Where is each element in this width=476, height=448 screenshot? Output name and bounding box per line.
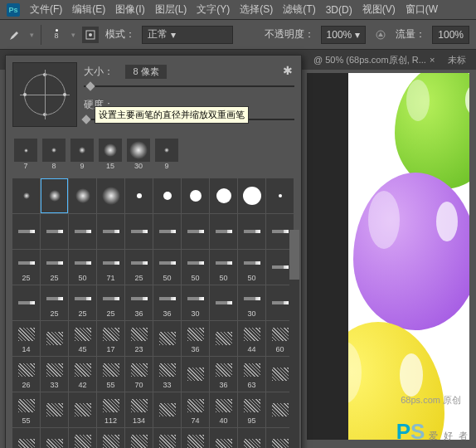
brush-thumbnail[interactable] bbox=[12, 214, 40, 249]
brush-thumbnail[interactable] bbox=[210, 285, 237, 320]
brush-thumbnail[interactable] bbox=[153, 214, 181, 249]
opacity-input[interactable]: 100% ▾ bbox=[321, 26, 367, 44]
brush-thumbnail[interactable] bbox=[12, 428, 40, 448]
brush-thumbnail[interactable]: 17 bbox=[97, 321, 124, 356]
brush-preset-picker[interactable]: 8 bbox=[48, 29, 65, 40]
brush-panel-toggle-icon[interactable] bbox=[82, 27, 99, 43]
brush-thumbnail[interactable]: 112 bbox=[97, 392, 124, 427]
document-tab[interactable]: 未标 bbox=[441, 51, 473, 70]
brush-thumbnail[interactable]: 14 bbox=[12, 321, 40, 356]
menu-image[interactable]: 图像(I) bbox=[115, 2, 144, 17]
brush-thumbnail[interactable] bbox=[41, 428, 68, 448]
brush-thumbnail[interactable] bbox=[41, 214, 68, 249]
gear-icon[interactable]: ✱ bbox=[283, 64, 293, 77]
scroll-thumb[interactable] bbox=[289, 230, 299, 280]
brush-thumbnail[interactable] bbox=[238, 428, 265, 448]
menu-3d[interactable]: 3D(D) bbox=[326, 4, 352, 16]
brush-thumbnail[interactable] bbox=[41, 178, 68, 213]
brush-thumbnail[interactable]: 25 bbox=[12, 250, 40, 285]
brush-thumbnail[interactable]: 25 bbox=[69, 285, 96, 320]
brush-thumbnail[interactable]: 45 bbox=[69, 321, 96, 356]
brush-thumbnail[interactable] bbox=[182, 357, 209, 392]
brush-thumbnail[interactable] bbox=[97, 214, 124, 249]
brush-thumbnail[interactable]: 50 bbox=[153, 250, 181, 285]
brush-tip-preview[interactable] bbox=[12, 62, 77, 127]
brush-thumbnail[interactable]: 36 bbox=[182, 321, 209, 356]
brush-thumbnail[interactable]: 36 bbox=[125, 285, 153, 320]
brush-thumbnail[interactable] bbox=[210, 321, 237, 356]
brush-thumbnail[interactable] bbox=[210, 428, 237, 448]
brush-thumbnail[interactable] bbox=[69, 392, 96, 427]
brush-thumbnail[interactable] bbox=[41, 392, 68, 427]
brush-thumbnail[interactable]: 55 bbox=[97, 357, 124, 392]
brush-thumbnail[interactable] bbox=[210, 178, 237, 213]
scrollbar[interactable] bbox=[289, 230, 299, 448]
brush-thumbnail[interactable]: 25 bbox=[125, 250, 153, 285]
brush-thumbnail[interactable] bbox=[69, 214, 96, 249]
brush-thumbnail[interactable]: 23 bbox=[125, 321, 153, 356]
size-slider[interactable] bbox=[84, 85, 294, 87]
brush-thumbnail[interactable]: 63 bbox=[238, 357, 265, 392]
brush-thumbnail[interactable] bbox=[69, 178, 96, 213]
close-icon[interactable]: × bbox=[430, 55, 435, 65]
brush-thumbnail[interactable]: 36 bbox=[153, 285, 181, 320]
brush-thumbnail[interactable]: 42 bbox=[69, 357, 96, 392]
brush-thumbnail[interactable] bbox=[153, 392, 181, 427]
brush-thumbnail[interactable]: 30 bbox=[182, 285, 209, 320]
brush-thumbnail[interactable]: 33 bbox=[153, 357, 181, 392]
brush-preset[interactable]: 30 bbox=[125, 139, 152, 172]
brush-thumbnail[interactable]: 50 bbox=[69, 250, 96, 285]
brush-thumbnail[interactable]: 11 bbox=[153, 428, 181, 448]
chevron-down-icon[interactable]: ▾ bbox=[30, 31, 34, 39]
menu-file[interactable]: 文件(F) bbox=[30, 2, 62, 17]
brush-thumbnail[interactable] bbox=[125, 214, 153, 249]
brush-preset[interactable]: 8 bbox=[41, 139, 67, 172]
brush-thumbnail[interactable]: 50 bbox=[238, 250, 265, 285]
brush-thumbnail[interactable]: 66 bbox=[69, 428, 96, 448]
brush-thumbnail[interactable] bbox=[97, 178, 124, 213]
brush-preset[interactable]: 9 bbox=[69, 139, 95, 172]
pressure-opacity-icon[interactable] bbox=[372, 27, 389, 43]
menu-layer[interactable]: 图层(L) bbox=[155, 2, 187, 17]
brush-thumbnail[interactable] bbox=[153, 178, 181, 213]
brush-thumbnail[interactable]: 74 bbox=[182, 392, 209, 427]
brush-thumbnail[interactable] bbox=[182, 214, 209, 249]
brush-thumbnail[interactable]: 25 bbox=[41, 285, 68, 320]
brush-thumbnail[interactable]: 40 bbox=[210, 392, 237, 427]
menu-view[interactable]: 视图(V) bbox=[362, 2, 396, 17]
brush-thumbnail[interactable]: 134 bbox=[125, 392, 153, 427]
brush-thumbnail[interactable]: 55 bbox=[12, 392, 40, 427]
brush-thumbnail[interactable] bbox=[266, 178, 294, 213]
brush-thumbnail[interactable] bbox=[153, 321, 181, 356]
brush-thumbnail[interactable] bbox=[182, 178, 209, 213]
brush-thumbnail[interactable]: 71 bbox=[97, 250, 124, 285]
brush-thumbnail[interactable]: 25 bbox=[97, 285, 124, 320]
brush-thumbnail[interactable]: 95 bbox=[238, 392, 265, 427]
menu-select[interactable]: 选择(S) bbox=[240, 2, 273, 17]
brush-thumbnail[interactable]: 26 bbox=[12, 357, 40, 392]
brush-preset[interactable]: 7 bbox=[12, 139, 39, 172]
brush-tool-icon[interactable] bbox=[7, 27, 23, 43]
brush-thumbnail[interactable] bbox=[41, 321, 68, 356]
brush-thumbnail[interactable]: 48 bbox=[182, 428, 209, 448]
brush-thumbnail[interactable]: 25 bbox=[41, 250, 68, 285]
size-value[interactable]: 8 像素 bbox=[125, 65, 167, 79]
brush-thumbnail[interactable]: 63 bbox=[125, 428, 153, 448]
brush-thumbnail[interactable] bbox=[238, 214, 265, 249]
canvas[interactable]: 68ps.com 原创 bbox=[348, 73, 469, 440]
brush-thumbnail[interactable] bbox=[238, 178, 265, 213]
brush-thumbnail[interactable]: 39 bbox=[97, 428, 124, 448]
flow-input[interactable]: 100% bbox=[432, 26, 469, 44]
brush-thumbnail[interactable]: 30 bbox=[238, 285, 265, 320]
brush-thumbnail[interactable]: 70 bbox=[125, 357, 153, 392]
brush-thumbnail[interactable]: 33 bbox=[41, 357, 68, 392]
menu-window[interactable]: 窗口(W bbox=[406, 2, 438, 17]
brush-thumbnail[interactable] bbox=[125, 178, 153, 213]
blend-mode-dropdown[interactable]: 正常 ▾ bbox=[142, 26, 233, 44]
brush-preset[interactable]: 9 bbox=[153, 139, 180, 172]
brush-thumbnail[interactable] bbox=[12, 178, 40, 213]
brush-thumbnail[interactable]: 50 bbox=[182, 250, 209, 285]
chevron-down-icon[interactable]: ▾ bbox=[71, 31, 75, 39]
menu-edit[interactable]: 编辑(E) bbox=[72, 2, 105, 17]
document-tab[interactable]: @ 50% (68ps.com原创, R... × bbox=[307, 51, 441, 70]
